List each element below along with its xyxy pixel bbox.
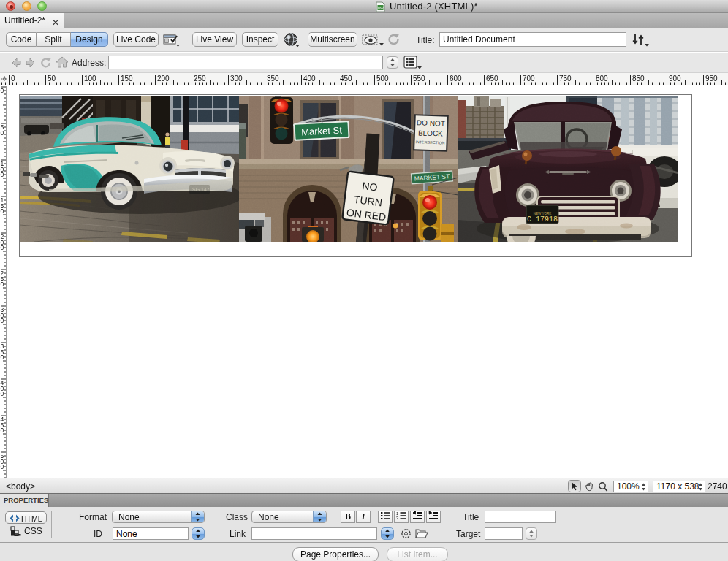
- svg-text:250: 250: [194, 75, 206, 83]
- svg-text:0: 0: [1, 280, 4, 288]
- svg-text:0: 0: [1, 207, 4, 215]
- svg-text:350: 350: [267, 75, 279, 83]
- svg-text:200: 200: [157, 75, 170, 83]
- svg-text:0: 0: [1, 317, 4, 324]
- svg-text:100: 100: [84, 75, 96, 83]
- svg-text:900: 900: [669, 75, 681, 83]
- svg-text:Dw: Dw: [378, 6, 384, 10]
- svg-text:600: 600: [450, 75, 462, 83]
- svg-text:650: 650: [486, 75, 498, 83]
- svg-text:700: 700: [523, 75, 535, 83]
- svg-text:1: 1: [396, 511, 398, 516]
- svg-text:0: 0: [1, 390, 4, 397]
- svg-text:750: 750: [559, 75, 572, 83]
- svg-text:150: 150: [121, 75, 133, 83]
- svg-text:300: 300: [230, 75, 243, 83]
- svg-text:0: 0: [1, 427, 4, 434]
- svg-text:0: 0: [1, 87, 4, 94]
- svg-text:0: 0: [1, 171, 4, 178]
- svg-text:0: 0: [1, 354, 4, 361]
- svg-text:400: 400: [303, 75, 316, 83]
- svg-text:0: 0: [11, 75, 15, 83]
- svg-text:3: 3: [396, 516, 398, 520]
- svg-text:500: 500: [376, 75, 389, 83]
- svg-text:550: 550: [413, 75, 425, 83]
- svg-text:950: 950: [705, 75, 718, 83]
- svg-text:850: 850: [632, 75, 645, 83]
- svg-text:0: 0: [1, 463, 4, 470]
- svg-text:50: 50: [48, 75, 56, 83]
- svg-text:450: 450: [340, 75, 352, 83]
- svg-text:0: 0: [1, 129, 4, 137]
- svg-text:800: 800: [596, 75, 608, 83]
- svg-text:0: 0: [1, 244, 4, 251]
